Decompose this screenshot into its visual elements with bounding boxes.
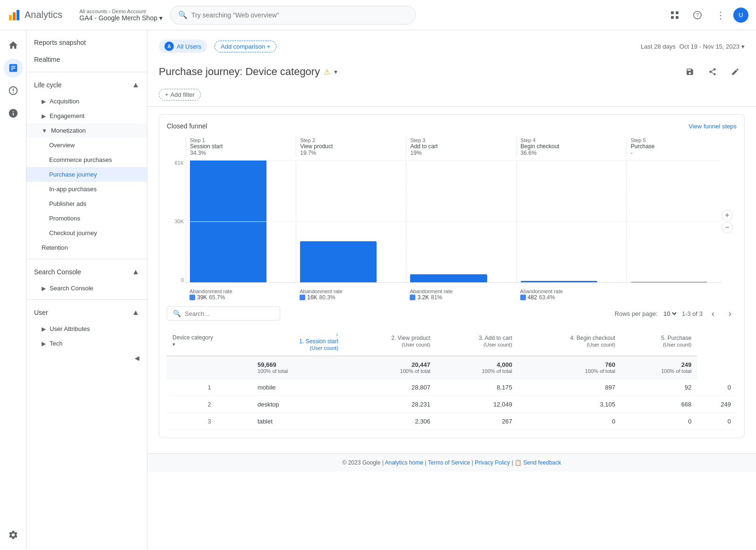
totals-label bbox=[167, 356, 252, 379]
rail-explore-button[interactable] bbox=[4, 81, 23, 100]
sidebar-sub-publisher-ads[interactable]: Publisher ads bbox=[26, 196, 147, 211]
rail-advertising-button[interactable] bbox=[4, 104, 23, 123]
step-pct-2: 19.7% bbox=[300, 150, 402, 156]
funnel-title: Closed funnel bbox=[167, 122, 207, 130]
col-header-add-to-cart-inner: 3. Add to cart (User count) bbox=[442, 335, 512, 347]
table-search-input[interactable] bbox=[185, 310, 274, 317]
svg-rect-4 bbox=[676, 11, 679, 14]
sidebar-item-tech[interactable]: ▶ Tech bbox=[26, 336, 147, 351]
page-title-row: Purchase journey: Device category ⚠ ▾ bbox=[159, 57, 745, 85]
sidebar: Reports snapshot Realtime Life cycle ▲ ▶… bbox=[26, 30, 147, 550]
sidebar-item-search-console[interactable]: ▶ Search Console bbox=[26, 281, 147, 296]
sidebar-section-search-console[interactable]: Search Console ▲ bbox=[26, 263, 147, 281]
user-avatar[interactable]: U bbox=[733, 8, 748, 23]
add-filter-button[interactable]: + Add filter bbox=[159, 89, 201, 101]
abandonment-label-4: Abandonment rate bbox=[520, 288, 623, 294]
sidebar-sub-purchase-journey[interactable]: Purchase journey bbox=[26, 167, 147, 182]
col-checkout-sub: (User count) bbox=[587, 342, 616, 347]
prev-page-button[interactable]: ‹ bbox=[706, 307, 720, 320]
user-section-collapse-icon: ▲ bbox=[132, 308, 139, 317]
sidebar-realtime[interactable]: Realtime bbox=[26, 51, 147, 68]
add-comparison-button[interactable]: Add comparison + bbox=[215, 41, 276, 52]
step-number-5: Step 5 bbox=[631, 137, 733, 143]
user-segment-chip[interactable]: A All Users bbox=[159, 40, 207, 53]
col-header-purchase[interactable]: 5. Purchase (User count) bbox=[621, 326, 697, 356]
edit-button[interactable] bbox=[726, 62, 745, 81]
abandonment-5 bbox=[627, 287, 737, 303]
reports-icon bbox=[8, 63, 18, 73]
sidebar-sub-promotions[interactable]: Promotions bbox=[26, 211, 147, 226]
footer-analytics-home-link[interactable]: Analytics home bbox=[385, 459, 423, 466]
apps-icon bbox=[670, 10, 679, 20]
rail-home-button[interactable] bbox=[4, 36, 23, 55]
col-header-device[interactable]: Device category ▾ bbox=[167, 326, 252, 356]
sidebar-item-engagement[interactable]: ▶ Engagement bbox=[26, 109, 147, 123]
apps-icon-button[interactable] bbox=[665, 6, 684, 25]
row-cart-2: 3,105 bbox=[518, 396, 621, 413]
sidebar-section-lifecycle[interactable]: Life cycle ▲ bbox=[26, 76, 147, 94]
sidebar-sub-checkout[interactable]: Checkout journey bbox=[26, 226, 147, 240]
row-purchase-3: 0 bbox=[697, 413, 737, 430]
more-options-button[interactable]: ⋮ bbox=[711, 6, 730, 25]
sidebar-sub-overview[interactable]: Overview bbox=[26, 138, 147, 152]
abandonment-2: Abandonment rate 16K 80.3% bbox=[296, 287, 406, 303]
col-cart-label: 3. Add to cart bbox=[479, 335, 512, 341]
funnel-card: Closed funnel View funnel steps Step 1 S… bbox=[159, 114, 745, 438]
grid-line-top bbox=[186, 160, 722, 161]
footer-feedback-link[interactable]: Send feedback bbox=[523, 459, 561, 466]
edit-icon bbox=[731, 68, 739, 76]
col-header-begin-checkout[interactable]: 4. Begin checkout (User count) bbox=[518, 326, 621, 356]
sidebar-section-user[interactable]: User ▲ bbox=[26, 304, 147, 322]
rows-per-page-select[interactable]: 10 25 50 bbox=[662, 310, 678, 318]
topbar: Analytics All accounts › Demo Account GA… bbox=[0, 0, 756, 30]
rail-settings-button[interactable] bbox=[4, 525, 23, 544]
sidebar-sub-ecommerce[interactable]: Ecommerce purchases bbox=[26, 152, 147, 167]
monetization-expand-icon: ▼ bbox=[42, 127, 47, 134]
global-search-bar[interactable]: 🔍 bbox=[170, 6, 416, 25]
sidebar-collapse-button[interactable]: ◀ bbox=[26, 351, 147, 365]
sidebar-item-monetization[interactable]: ▼ Monetization bbox=[26, 123, 147, 138]
user-bar: A All Users Add comparison + Last 28 day… bbox=[159, 36, 745, 57]
sidebar-sub-inapp[interactable]: In-app purchases bbox=[26, 182, 147, 196]
add-comparison-label: Add comparison + bbox=[221, 43, 270, 50]
grid-line-mid bbox=[186, 221, 722, 222]
footer-terms-link[interactable]: Terms of Service bbox=[428, 459, 470, 466]
abandonment-val-4: 482 63.4% bbox=[520, 294, 623, 301]
svg-rect-3 bbox=[671, 11, 674, 14]
zoom-out-button[interactable]: − bbox=[722, 222, 733, 233]
table-header-row: Device category ▾ ↓ 1. Session start (Us… bbox=[167, 326, 737, 356]
abandonment-count-4: 482 bbox=[528, 294, 537, 301]
y-axis: 61K 30K 0 bbox=[167, 160, 186, 283]
funnel-header: Closed funnel View funnel steps bbox=[167, 122, 737, 130]
col-view-sub: (User count) bbox=[402, 342, 430, 347]
svg-text:?: ? bbox=[696, 12, 699, 18]
help-icon-button[interactable]: ? bbox=[688, 6, 707, 25]
share-button[interactable] bbox=[703, 62, 722, 81]
sidebar-reports-snapshot[interactable]: Reports snapshot bbox=[26, 34, 147, 51]
col-header-add-to-cart[interactable]: 3. Add to cart (User count) bbox=[436, 326, 518, 356]
sidebar-item-retention[interactable]: Retention bbox=[26, 240, 147, 255]
footer-feedback-icon: 📋 bbox=[515, 459, 523, 466]
footer-privacy-link[interactable]: Privacy Policy bbox=[475, 459, 510, 466]
col-header-session-start[interactable]: ↓ 1. Session start (User count) bbox=[252, 326, 344, 356]
row-num-1: 1 bbox=[167, 379, 252, 396]
rows-per-page-label: Rows per page: bbox=[615, 310, 658, 317]
step-header-5: Step 5 Purchase - bbox=[627, 137, 737, 156]
explore-icon bbox=[8, 85, 18, 96]
sidebar-item-user-attributes[interactable]: ▶ User Attributes bbox=[26, 322, 147, 336]
rail-reports-button[interactable] bbox=[4, 59, 23, 77]
save-report-button[interactable] bbox=[680, 62, 699, 81]
row-device-2: desktop bbox=[252, 396, 344, 413]
search-input[interactable] bbox=[191, 11, 408, 19]
zoom-in-button[interactable]: + bbox=[722, 210, 733, 221]
next-page-button[interactable]: › bbox=[723, 307, 737, 320]
title-dropdown-icon[interactable]: ▾ bbox=[334, 68, 337, 76]
col-header-view-product[interactable]: 2. View product (User count) bbox=[344, 326, 436, 356]
date-range-selector[interactable]: Last 28 days Oct 19 - Nov 15, 2023 ▾ bbox=[641, 43, 745, 50]
totals-session-start: 59,669 100% of total bbox=[252, 356, 344, 379]
view-funnel-steps-link[interactable]: View funnel steps bbox=[688, 123, 737, 130]
abandonment-dot-2 bbox=[300, 295, 305, 300]
account-name-dropdown[interactable]: GA4 - Google Merch Shop ▾ bbox=[79, 14, 164, 22]
sidebar-item-acquisition[interactable]: ▶ Acquisition bbox=[26, 94, 147, 109]
user-attributes-label: User Attributes bbox=[50, 325, 90, 332]
